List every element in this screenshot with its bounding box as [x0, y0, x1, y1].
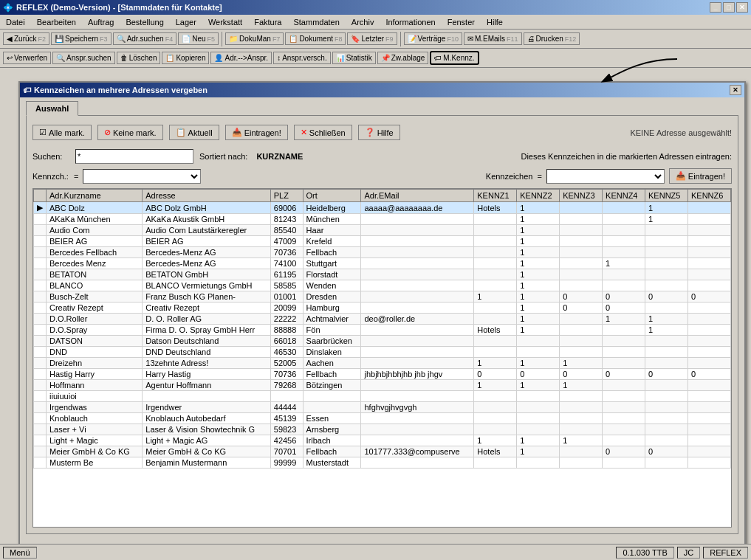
- table-row[interactable]: BLANCOBLANCO Vermietungs GmbH58585Wenden…: [34, 280, 731, 291]
- table-row[interactable]: Hastig HarryHarry Hastig70736Fellbachjhb…: [34, 369, 731, 380]
- title-bar: 💠 REFLEX (Demo-Version) - [Stammdaten fü…: [0, 0, 751, 15]
- menu-bestellung[interactable]: Bestellung: [123, 16, 166, 28]
- statistik-icon: 📊: [336, 54, 345, 62]
- table-row[interactable]: Musterm BeBenjamin Mustermann99999Muster…: [34, 457, 731, 469]
- anspr-versch-button[interactable]: ↕ Anspr.versch.: [273, 52, 331, 64]
- col-kurzname[interactable]: Adr.Kurzname: [47, 190, 143, 202]
- menu-fenster[interactable]: Fenster: [445, 16, 478, 28]
- keine-mark-button[interactable]: ⊘ Keine mark.: [97, 125, 163, 140]
- table-row[interactable]: HoffmannAgentur Hoffmann79268Bötzingen11…: [34, 380, 731, 391]
- dokuman-button[interactable]: 📁 DokuMan F7: [225, 32, 284, 45]
- table-row[interactable]: AKaKa MünchenAKaKa Akustik GmbH81243Münc…: [34, 214, 731, 225]
- back-icon: ◀: [7, 35, 13, 43]
- table-row[interactable]: BEIER AGBEIER AG47009Krefeld1: [34, 236, 731, 247]
- menu-datei[interactable]: Datei: [3, 16, 28, 28]
- col-plz[interactable]: PLZ: [270, 190, 303, 202]
- col-ort[interactable]: Ort: [303, 190, 361, 202]
- search-icon: 🔍: [117, 35, 126, 43]
- table-row[interactable]: ▶ABC DolzABC Dolz GmbH69006Heidelbergaaa…: [34, 202, 731, 214]
- table-row[interactable]: DATSONDatson Deutschland66018Saarbrücken: [34, 336, 731, 347]
- status-menu[interactable]: Menü: [3, 547, 37, 559]
- table-row[interactable]: IrgendwasIrgendwer44444hfghvgjhvgvgh: [34, 402, 731, 413]
- menu-auftrag[interactable]: Auftrag: [85, 16, 117, 28]
- table-row[interactable]: D.O.SprayFirma D. O. Spray GmbH Herr8888…: [34, 325, 731, 336]
- back-button[interactable]: ◀ Zurück F2: [3, 32, 49, 45]
- zw-ablage-button[interactable]: 📌 Zw.ablage: [377, 52, 429, 64]
- col-email[interactable]: Adr.EMail: [361, 190, 474, 202]
- table-container[interactable]: Adr.Kurzname Adresse PLZ Ort Adr.EMail K…: [32, 188, 732, 528]
- table-row[interactable]: Audio ComAudio Com Lautstärkeregler85540…: [34, 225, 731, 236]
- table-row[interactable]: Dreizehn13zehnte Adress!52005Aachen111: [34, 358, 731, 369]
- discard-icon: ↩: [7, 54, 13, 62]
- col-kennz3[interactable]: KENNZ3: [560, 190, 603, 202]
- print-button[interactable]: 🖨 Drucken F12: [524, 32, 580, 45]
- table-row[interactable]: Bercedes MenzBercedes-Menz AG74100Stuttg…: [34, 258, 731, 269]
- menu-informationen[interactable]: Informationen: [383, 16, 438, 28]
- col-kennz1[interactable]: KENNZ1: [474, 190, 517, 202]
- alle-mark-button[interactable]: ☑ Alle mark.: [32, 125, 92, 140]
- save-button[interactable]: 💾 Speichern F3: [51, 32, 112, 45]
- menu-faktura[interactable]: Faktura: [251, 16, 284, 28]
- mkennz-button[interactable]: 🏷 M.Kennz.: [430, 51, 479, 65]
- alle-mark-icon: ☑: [39, 128, 47, 137]
- kennz-select[interactable]: [83, 169, 201, 184]
- document-icon: 📋: [289, 35, 298, 43]
- search-input[interactable]: [75, 149, 193, 164]
- maximize-button[interactable]: □: [723, 2, 735, 13]
- table-row[interactable]: Laser + ViLaser & Vision Showtechnik G59…: [34, 424, 731, 435]
- anspr-search-icon: 🔍: [56, 54, 65, 62]
- table-row[interactable]: Meier GmbH & Co KGMeier GmbH & Co KG7070…: [34, 446, 731, 457]
- col-kennz2[interactable]: KENNZ2: [517, 190, 560, 202]
- status-code: JC: [677, 547, 700, 559]
- menu-bar: Datei Bearbeiten Auftrag Bestellung Lage…: [0, 15, 751, 30]
- table-row[interactable]: Creativ RezeptCreativ Rezept20099Hamburg…: [34, 303, 731, 314]
- eintragen-top-button[interactable]: 📥 Eintragen!: [225, 125, 288, 140]
- adr-search-button[interactable]: 🔍 Adr.suchen F4: [113, 32, 177, 45]
- close-button[interactable]: ✕: [736, 2, 748, 13]
- anspr-search-button[interactable]: 🔍 Anspr.suchen: [52, 52, 115, 64]
- document-button[interactable]: 📋 Dokument F8: [285, 32, 346, 45]
- table-row[interactable]: BETATONBETATON GmbH61195Florstadt1: [34, 269, 731, 280]
- table-row[interactable]: KnoblauchKnoblauch Autobedarf45139Essen: [34, 413, 731, 424]
- eintragen-right-button[interactable]: 📥 Eintragen!: [669, 168, 732, 184]
- minimize-button[interactable]: _: [710, 2, 721, 13]
- copy-button[interactable]: 📋 Kopieren: [162, 52, 209, 64]
- menu-werkstatt[interactable]: Werkstatt: [205, 16, 245, 28]
- memails-button[interactable]: ✉ M.EMails F11: [464, 32, 522, 45]
- schliessen-button[interactable]: ✕ Schließen: [294, 125, 352, 140]
- menu-lager[interactable]: Lager: [173, 16, 199, 28]
- menu-archiv[interactable]: Archiv: [349, 16, 377, 28]
- action-buttons-row: ☑ Alle mark. ⊘ Keine mark. 📋 Aktuell 📥 E…: [32, 122, 732, 143]
- kennz-eq: =: [74, 172, 78, 181]
- menu-stammdaten[interactable]: Stammdaten: [290, 16, 342, 28]
- kennz-right-select[interactable]: [546, 169, 665, 184]
- new-button[interactable]: 📄 Neu F5: [178, 32, 219, 45]
- aktuell-button[interactable]: 📋 Aktuell: [169, 125, 219, 140]
- col-adresse[interactable]: Adresse: [143, 190, 271, 202]
- tab-auswahl[interactable]: Auswahl: [26, 101, 78, 116]
- status-version: 0.1.030 TTB: [616, 547, 673, 559]
- menu-bearbeiten[interactable]: Bearbeiten: [34, 16, 79, 28]
- table-row[interactable]: Bercedes FellbachBercedes-Menz AG70736Fe…: [34, 247, 731, 258]
- menu-hilfe[interactable]: Hilfe: [484, 16, 506, 28]
- col-kennz5[interactable]: KENNZ5: [645, 190, 688, 202]
- discard-button[interactable]: ↩ Verwerfen: [3, 52, 51, 64]
- table-row[interactable]: Busch-ZeltFranz Busch KG Planen-01001Dre…: [34, 291, 731, 303]
- table-row[interactable]: iiuiuuioi: [34, 391, 731, 402]
- app-icon: 💠: [3, 3, 13, 13]
- delete-button[interactable]: 🗑 Löschen: [117, 52, 161, 64]
- last-button[interactable]: 🔖 Letzter F9: [347, 32, 397, 45]
- adr-anspr-button[interactable]: 👤 Adr.-->Anspr.: [210, 52, 272, 64]
- table-row[interactable]: Light + MagicLight + Magic AG42456Irlbac…: [34, 435, 731, 446]
- hilfe-button[interactable]: ❓ Hilfe: [358, 125, 400, 140]
- eintragen-right-icon: 📥: [676, 171, 686, 181]
- table-row[interactable]: D.O.RollerD. O. Roller AG22222Achtmalvie…: [34, 314, 731, 325]
- col-kennz4[interactable]: KENNZ4: [603, 190, 645, 202]
- table-row[interactable]: DNDDND Deutschland46530Dinslaken: [34, 347, 731, 358]
- dialog-close-button[interactable]: ✕: [730, 85, 741, 95]
- statistik-button[interactable]: 📊 Statistik: [332, 52, 376, 64]
- col-kennz6[interactable]: KENNZ6: [687, 190, 730, 202]
- print-icon: 🖨: [527, 35, 535, 43]
- status-app: REFLEX: [703, 547, 748, 559]
- contracts-button[interactable]: 📝 Verträge F10: [404, 32, 462, 45]
